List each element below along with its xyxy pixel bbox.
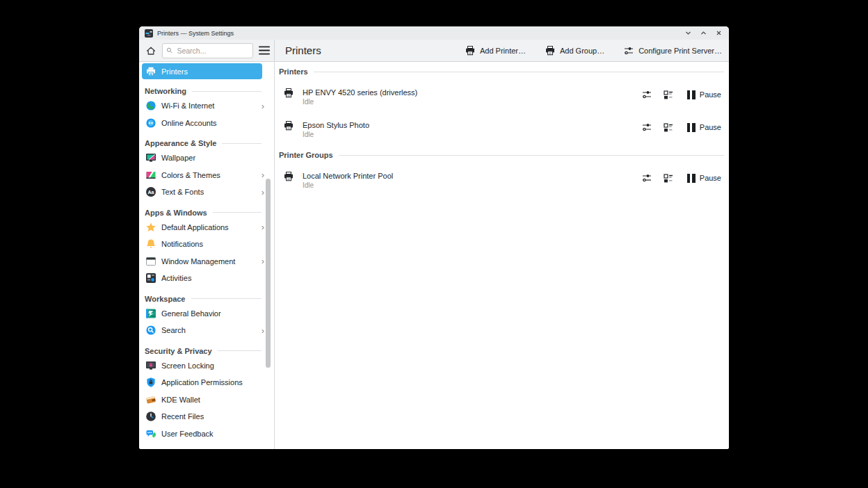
wallpaper-icon <box>145 152 156 163</box>
sliders-icon <box>623 45 634 56</box>
section-header-printer-groups: Printer Groups <box>279 149 724 161</box>
printer-icon <box>283 88 294 99</box>
add-printer-button[interactable]: Add Printer… <box>465 45 526 56</box>
printer-name: Epson Stylus Photo <box>303 121 369 130</box>
pause-button[interactable]: Pause <box>687 174 721 183</box>
maximize-button[interactable] <box>699 29 708 38</box>
sidebar-section-security-privacy: Security & Privacy <box>139 339 274 357</box>
sidebar-item-online-accounts[interactable]: Online Accounts <box>139 115 274 132</box>
configure-printer-button[interactable] <box>641 172 652 184</box>
search-icon <box>166 47 172 54</box>
sidebar-section-apps-windows: Apps & Windows <box>139 201 274 219</box>
sidebar-scrollbar-thumb[interactable] <box>266 179 271 368</box>
sidebar-item-wifi-internet[interactable]: Wi-Fi & Internet › <box>139 97 274 115</box>
titlebar[interactable]: Printers — System Settings <box>139 26 729 40</box>
printer-icon <box>283 171 294 182</box>
sidebar-item-recent-files[interactable]: Recent Files <box>139 408 274 425</box>
printer-icon <box>283 120 294 131</box>
sidebar-item-wallpaper[interactable]: Wallpaper <box>139 149 274 167</box>
chevron-right-icon: › <box>262 257 264 266</box>
hamburger-icon <box>259 46 270 55</box>
printer-details-button[interactable] <box>663 89 674 100</box>
sidebar-header <box>139 40 275 61</box>
printer-row-epson[interactable]: Epson Stylus Photo Idle <box>279 110 724 143</box>
page-header: Printers Add Printer… <box>275 40 729 61</box>
printer-name: Local Network Printer Pool <box>303 172 393 181</box>
shield-lock-icon <box>145 377 156 388</box>
printer-details-button[interactable] <box>663 172 674 184</box>
menu-button[interactable] <box>259 46 270 55</box>
online-accounts-icon <box>145 117 156 129</box>
section-header-printers: Printers <box>279 66 724 77</box>
sidebar-item-general-behavior[interactable]: General Behavior <box>139 305 274 323</box>
printer-group-row-local-pool[interactable]: Local Network Printer Pool Idle <box>279 161 724 193</box>
details-list-icon <box>663 89 674 100</box>
sidebar-item-kde-wallet[interactable]: KDE Wallet <box>139 391 274 409</box>
configure-print-server-button[interactable]: Configure Print Server… <box>623 45 722 56</box>
printer-status: Idle <box>303 98 417 106</box>
home-icon <box>145 45 156 56</box>
sidebar-item-activities[interactable]: Activities <box>139 270 274 287</box>
pause-icon <box>687 90 696 99</box>
bell-icon <box>145 238 156 250</box>
pause-button[interactable]: Pause <box>687 123 721 132</box>
details-list-icon <box>663 122 674 133</box>
sliders-icon <box>641 172 652 184</box>
minimize-button[interactable] <box>684 29 693 38</box>
wallet-icon <box>145 394 156 405</box>
printer-icon <box>465 45 476 56</box>
sidebar-item-screen-locking[interactable]: Screen Locking <box>139 357 274 375</box>
chevron-right-icon: › <box>262 170 264 179</box>
sidebar-item-search[interactable]: Search › <box>139 322 274 339</box>
minimize-icon <box>684 29 692 37</box>
star-icon <box>145 222 156 233</box>
sidebar-item-text-fonts[interactable]: Aa Text & Fonts › <box>139 184 274 201</box>
sidebar-item-window-management[interactable]: Window Management › <box>139 253 274 270</box>
sidebar-item-colors-themes[interactable]: Colors & Themes › <box>139 167 274 184</box>
sidebar-item-user-feedback[interactable]: User Feedback <box>139 425 274 443</box>
sidebar-item-default-applications[interactable]: Default Applications › <box>139 219 274 236</box>
feedback-bubbles-icon <box>145 428 156 439</box>
svg-text:Aa: Aa <box>148 190 154 195</box>
window-icon <box>145 256 156 267</box>
toolbar: Printers Add Printer… <box>139 40 729 62</box>
pause-icon <box>687 123 696 132</box>
globe-icon <box>145 100 156 111</box>
home-button[interactable] <box>145 45 156 56</box>
window-title: Printers — System Settings <box>157 30 234 37</box>
sliders-icon <box>641 89 652 100</box>
printer-icon <box>145 66 156 77</box>
activities-icon <box>145 273 156 284</box>
printer-name: HP ENVY 4520 series (driverless) <box>303 88 417 97</box>
configure-printer-button[interactable] <box>641 89 652 100</box>
sidebar-item-application-permissions[interactable]: Application Permissions <box>139 374 274 391</box>
configure-printer-button[interactable] <box>641 122 652 133</box>
sidebar-item-printers[interactable]: Printers <box>142 63 262 79</box>
printer-row-hp-envy[interactable]: HP ENVY 4520 series (driverless) Idle <box>279 77 724 110</box>
text-fonts-icon: Aa <box>145 186 156 197</box>
printer-status: Idle <box>303 131 369 138</box>
printer-icon <box>545 45 556 56</box>
sidebar-item-notifications[interactable]: Notifications <box>139 236 274 253</box>
sidebar-section-networking: Networking <box>139 79 274 97</box>
chevron-right-icon: › <box>262 188 264 197</box>
pause-button[interactable]: Pause <box>687 90 721 99</box>
printer-details-button[interactable] <box>663 122 674 133</box>
search-input[interactable] <box>175 46 249 56</box>
printers-panel: Printers HP ENVY 4520 series (driverless… <box>275 62 729 449</box>
sidebar: Printers Networking Wi-Fi & Internet › <box>139 62 275 449</box>
chevron-right-icon: › <box>262 222 264 231</box>
add-group-button[interactable]: Add Group… <box>545 45 604 56</box>
sliders-icon <box>641 122 652 133</box>
general-behavior-icon <box>145 308 156 319</box>
maximize-icon <box>700 29 707 37</box>
search-circle-icon <box>145 325 156 336</box>
close-button[interactable] <box>714 29 723 38</box>
system-settings-window: Printers — System Settings <box>139 26 729 449</box>
clock-icon <box>145 411 156 422</box>
sidebar-section-workspace: Workspace <box>139 287 274 305</box>
chevron-right-icon: › <box>262 101 264 111</box>
search-field[interactable] <box>162 43 253 58</box>
chevron-right-icon: › <box>262 326 264 335</box>
app-icon <box>145 29 153 38</box>
